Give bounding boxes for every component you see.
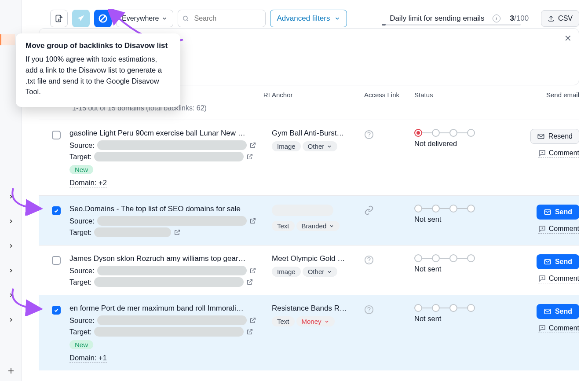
- source-label: Source:: [69, 141, 95, 150]
- row-checkbox[interactable]: [52, 306, 61, 315]
- close-panel-button[interactable]: ✕: [564, 33, 572, 44]
- advanced-filters-button[interactable]: Advanced filters: [270, 10, 347, 27]
- svg-point-17: [369, 262, 369, 263]
- source-url-blur: [97, 315, 247, 325]
- backlink-title[interactable]: gasoline Light Peru 90cm exercise ball L…: [69, 129, 262, 138]
- status-step: [432, 205, 440, 212]
- external-link-icon[interactable]: [249, 267, 256, 274]
- anchor-type-pill: Text: [272, 221, 295, 231]
- link-icon[interactable]: [364, 205, 414, 215]
- chevron-down-icon: [161, 15, 168, 22]
- upload-icon: [548, 15, 555, 22]
- comment-link[interactable]: Comment: [538, 324, 579, 333]
- external-link-icon[interactable]: [246, 328, 253, 335]
- target-label: Target:: [69, 153, 91, 161]
- source-url-blur: [97, 216, 247, 226]
- status-step: [449, 254, 457, 262]
- status-step: [414, 304, 422, 312]
- chevron-right-icon[interactable]: [8, 218, 15, 225]
- target-url-blur: [94, 327, 244, 337]
- anchor-category-pill[interactable]: Other: [303, 267, 338, 277]
- info-icon[interactable]: i: [493, 15, 500, 22]
- svg-point-22: [369, 311, 369, 312]
- backlink-title[interactable]: en forme Port de mer maximum band roll I…: [69, 304, 262, 313]
- col-status[interactable]: Status: [414, 91, 535, 99]
- row-checkbox[interactable]: [52, 131, 61, 139]
- status-step: [467, 205, 475, 212]
- status-step: [467, 129, 475, 137]
- search-input[interactable]: [178, 10, 266, 27]
- status-text: Not sent: [414, 265, 522, 273]
- col-access[interactable]: Access Link: [364, 91, 414, 99]
- source-url-blur: [97, 266, 247, 275]
- anchor-type-pill: Image: [272, 267, 301, 277]
- status-step: [467, 304, 475, 312]
- status-step: [432, 254, 440, 262]
- table-row: Seo.Domains - The top list of SEO domain…: [39, 195, 579, 245]
- whitelist-button[interactable]: [50, 10, 68, 27]
- status-text: Not delivered: [414, 139, 522, 148]
- target-label: Target:: [69, 228, 91, 237]
- chevron-right-icon[interactable]: [8, 194, 15, 201]
- row-checkbox[interactable]: [52, 206, 61, 215]
- target-url-blur: [94, 152, 244, 161]
- anchor-type-pill: Image: [272, 141, 301, 151]
- export-csv-button[interactable]: CSV: [541, 10, 579, 27]
- status-step: [467, 254, 475, 262]
- table-row: gasoline Light Peru 90cm exercise ball L…: [39, 120, 579, 195]
- status-step: [414, 129, 422, 137]
- send-outreach-button[interactable]: [72, 10, 90, 27]
- target-label: Target:: [69, 278, 91, 286]
- resend-button[interactable]: Resend: [530, 129, 579, 144]
- target-url-blur: [94, 277, 244, 287]
- help-icon[interactable]: [364, 130, 414, 139]
- help-icon[interactable]: [364, 305, 414, 315]
- source-url-blur: [97, 140, 247, 150]
- external-link-icon[interactable]: [246, 153, 253, 160]
- chevron-right-icon[interactable]: [8, 267, 15, 275]
- help-icon[interactable]: [364, 255, 414, 265]
- advanced-filters-label: Advanced filters: [277, 14, 330, 23]
- chevron-down-icon: [334, 15, 340, 22]
- status-step: [449, 304, 457, 312]
- domain-count-link[interactable]: Domain: +1: [69, 354, 107, 363]
- status-step: [432, 304, 440, 312]
- scope-selector[interactable]: Everywhere: [116, 10, 173, 27]
- col-anchor[interactable]: Anchor: [272, 91, 364, 99]
- comment-link[interactable]: Comment: [538, 225, 579, 234]
- external-link-icon[interactable]: [249, 317, 256, 324]
- col-send[interactable]: Send email: [535, 91, 579, 99]
- table-row: en forme Port de mer maximum band roll I…: [39, 295, 579, 370]
- backlink-title[interactable]: James Dyson sklon Rozruch amy williams t…: [69, 254, 262, 263]
- external-link-icon[interactable]: [249, 142, 256, 149]
- anchor-text-blur: [272, 205, 333, 216]
- send-button[interactable]: Send: [537, 304, 579, 319]
- backlink-title[interactable]: Seo.Domains - The top list of SEO domain…: [69, 205, 262, 213]
- comment-link[interactable]: Comment: [538, 149, 579, 158]
- target-url-blur: [94, 227, 171, 237]
- row-checkbox[interactable]: [52, 256, 61, 265]
- external-link-icon[interactable]: [174, 229, 181, 236]
- svg-point-9: [369, 136, 369, 137]
- chevron-right-icon[interactable]: [8, 317, 15, 324]
- domain-count-link[interactable]: Domain: +2: [69, 179, 107, 187]
- anchor-category-pill[interactable]: Other: [303, 141, 338, 151]
- status-text: Not sent: [414, 215, 522, 223]
- status-step: [414, 205, 422, 212]
- chevron-right-icon[interactable]: [8, 243, 15, 250]
- new-badge: New: [69, 340, 93, 349]
- anchor-category-pill[interactable]: Money: [296, 316, 335, 326]
- comment-link[interactable]: Comment: [538, 275, 579, 283]
- csv-label: CSV: [558, 15, 573, 22]
- chevron-right-icon[interactable]: [8, 292, 15, 299]
- external-link-icon[interactable]: [246, 278, 253, 286]
- anchor-type-pill: Text: [272, 316, 295, 326]
- status-step: [432, 129, 440, 137]
- send-button[interactable]: Send: [537, 205, 579, 220]
- plus-icon[interactable]: [7, 367, 22, 375]
- disavow-button[interactable]: [94, 10, 112, 27]
- table-body: gasoline Light Peru 90cm exercise ball L…: [39, 120, 579, 370]
- send-button[interactable]: Send: [537, 254, 579, 269]
- anchor-category-pill[interactable]: Branded: [296, 221, 340, 231]
- external-link-icon[interactable]: [249, 217, 256, 224]
